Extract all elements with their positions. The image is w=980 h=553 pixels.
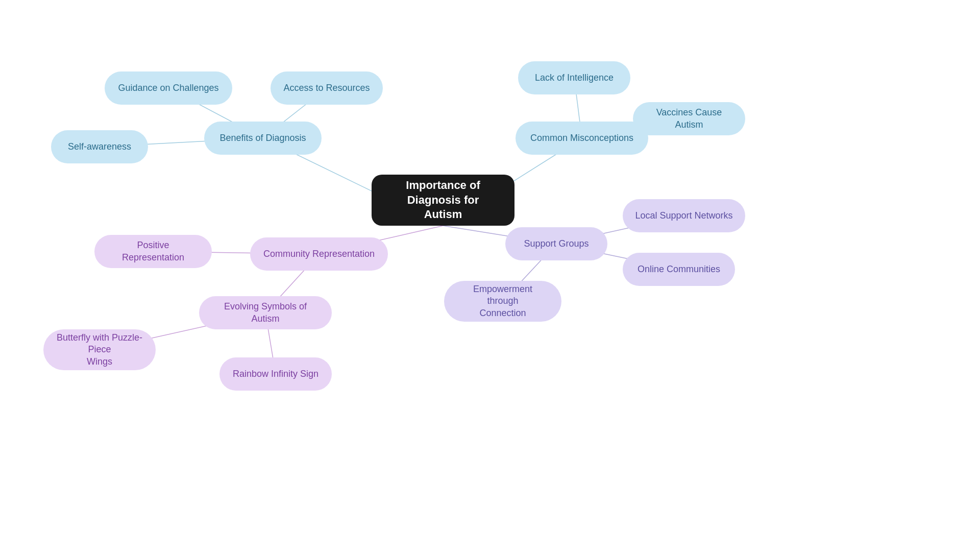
- node-label-selfawareness: Self-awareness: [68, 141, 131, 153]
- node-communityrepr: Community Representation: [250, 237, 388, 271]
- node-label-positiverepr: Positive Representation: [107, 239, 200, 263]
- node-label-butterfly: Butterfly with Puzzle-Piece Wings: [56, 332, 143, 368]
- node-label-supportgroups: Support Groups: [524, 238, 589, 250]
- node-misconceptions: Common Misconceptions: [516, 122, 648, 155]
- node-rainbowinfinity: Rainbow Infinity Sign: [219, 357, 332, 391]
- node-vaccines: Vaccines Cause Autism: [633, 102, 745, 135]
- node-label-localnetworks: Local Support Networks: [635, 210, 732, 222]
- center-label: Importance of Diagnosis for Autism: [384, 178, 502, 222]
- node-label-vaccines: Vaccines Cause Autism: [645, 107, 733, 131]
- node-supportgroups: Support Groups: [505, 227, 607, 260]
- node-label-rainbowinfinity: Rainbow Infinity Sign: [233, 368, 318, 380]
- node-positiverepr: Positive Representation: [94, 235, 212, 268]
- node-empowerment: Empowerment through Connection: [444, 281, 561, 322]
- node-access: Access to Resources: [271, 71, 383, 105]
- node-guidance: Guidance on Challenges: [105, 71, 232, 105]
- node-label-empowerment: Empowerment through Connection: [456, 283, 549, 319]
- node-label-benefits: Benefits of Diagnosis: [219, 132, 306, 144]
- node-online: Online Communities: [623, 253, 735, 286]
- node-label-online: Online Communities: [638, 263, 720, 275]
- node-label-access: Access to Resources: [283, 82, 370, 94]
- node-selfawareness: Self-awareness: [51, 130, 148, 163]
- node-label-evolvingsymbols: Evolving Symbols of Autism: [211, 301, 320, 325]
- node-lackintelligence: Lack of Intelligence: [518, 61, 630, 94]
- node-butterfly: Butterfly with Puzzle-Piece Wings: [43, 329, 156, 370]
- node-label-misconceptions: Common Misconceptions: [530, 132, 633, 144]
- node-localnetworks: Local Support Networks: [623, 199, 745, 232]
- center-node: Importance of Diagnosis for Autism: [372, 175, 514, 226]
- node-label-lackintelligence: Lack of Intelligence: [535, 72, 614, 84]
- node-label-guidance: Guidance on Challenges: [118, 82, 218, 94]
- node-label-communityrepr: Community Representation: [263, 248, 375, 260]
- node-benefits: Benefits of Diagnosis: [204, 122, 322, 155]
- node-evolvingsymbols: Evolving Symbols of Autism: [199, 296, 332, 329]
